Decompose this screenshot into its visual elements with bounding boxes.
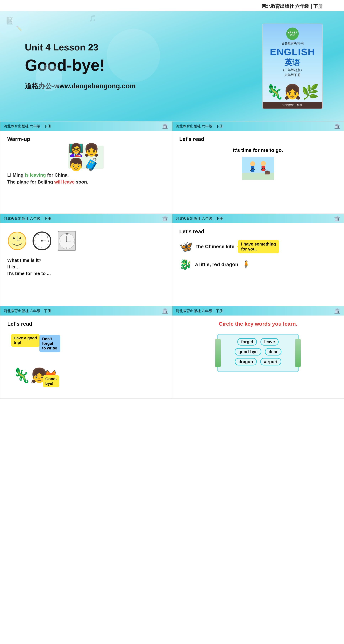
slide-content-circle: Circle the key words you learn. forget l…: [172, 316, 344, 381]
main-title-label: Good-bye!: [25, 56, 262, 74]
word-goodbye: good-bye: [235, 348, 261, 356]
word-airport: airport: [260, 358, 281, 366]
slide-header-icon-warmup: 🏛️: [162, 122, 168, 130]
book-publisher-footer: 河北教育出版社: [263, 102, 322, 108]
slide-header-lr1-text: 河北教育出版社 六年级｜下册: [176, 124, 223, 128]
slide-circle-words: 河北教育出版社 六年级｜下册 🏛️ Circle the key words y…: [172, 306, 344, 398]
slide-content-kite: Let's read 🦋 the Chinese kite I have som…: [172, 223, 344, 281]
clock-yellow: [7, 231, 27, 252]
title-slide: 📓 ✏️ 🎵 Unit 4 Lesson 23 Good-bye! 道格办公-w…: [0, 11, 344, 121]
slide-header-icon-circle: 🏛️: [334, 307, 340, 314]
svg-text:12: 12: [66, 233, 68, 235]
clock-q3: It's time for me to ...: [7, 271, 165, 276]
svg-point-13: [13, 237, 15, 239]
kite-item-butterfly: 🦋 the Chinese kite I have somethingfor y…: [179, 240, 337, 253]
svg-text:4: 4: [48, 243, 48, 245]
slide-header-circle-text: 河北教育出版社 六年级｜下册: [176, 308, 223, 314]
clock-dark: 12 3 6 9 1 2 4 5 7 8 10 11: [32, 231, 52, 252]
scroll-right: [295, 339, 301, 367]
goodbye-scene-svg: [242, 157, 274, 180]
goodbye-photo: [242, 157, 274, 180]
scroll-body: forget leave good-bye dear dragon airpor…: [217, 334, 299, 372]
svg-text:5: 5: [45, 246, 46, 248]
slide-content-clocks: 12 3 6 9 1 2 4 5 7 8 10 11: [0, 223, 172, 283]
publisher-label: 河北教育出版社 六年级｜下册: [261, 4, 323, 9]
kite-label-text: the Chinese kite: [196, 244, 234, 250]
svg-text:3: 3: [73, 240, 74, 242]
svg-text:2: 2: [47, 236, 48, 238]
dragon-label-text: a little, red dragon: [195, 262, 238, 267]
slide-header-trip-text: 河北教育出版社 六年级｜下册: [4, 308, 51, 314]
warmup-illustration: 👩‍🏫👧👦🧳: [68, 146, 104, 169]
svg-rect-10: [265, 171, 270, 174]
highlight-will-leave: will leave: [54, 179, 75, 184]
clock-q1: What time is it?: [7, 258, 165, 263]
slide-lets-read-1: 河北教育出版社 六年级｜下册 🏛️ Let's read It's time f…: [172, 121, 344, 214]
watermark-label: 道格办公-www.daogebangong.com: [25, 82, 262, 90]
svg-rect-0: [242, 157, 274, 173]
book-subtitle: 义务教育教科书: [281, 42, 304, 46]
book-volume-label: 六年级下册: [284, 73, 300, 77]
word-dragon: dragon: [235, 358, 257, 366]
bubble-good-trip: Have a goodtrip!: [11, 334, 40, 347]
slide-header-clocks-text: 河北教育出版社 六年级｜下册: [4, 216, 51, 221]
slide-header-icon-kite: 🏛️: [334, 215, 340, 222]
warmup-section-title: Warm-up: [7, 136, 165, 142]
word-dear: dear: [265, 348, 281, 356]
svg-text:8: 8: [35, 243, 36, 245]
svg-point-36: [41, 240, 43, 242]
slide-clocks: 河北教育出版社 六年级｜下册 🏛️: [0, 214, 172, 306]
clock-text-lines: What time is it? It is… It's time for me…: [7, 258, 165, 276]
word-row-1: forget leave: [225, 338, 291, 346]
slide-content-lr1: Let's read It's time for me to go.: [172, 131, 344, 185]
slide-header-circle: 河北教育出版社 六年级｜下册 🏛️: [172, 306, 344, 316]
trip-section-title: Let's read: [7, 321, 165, 327]
kite-section-title: Let's read: [179, 228, 337, 234]
book-badge: 教育部审定 2013: [286, 28, 299, 40]
slide-header-icon-trip: 🏛️: [162, 307, 168, 314]
bubble-goodbye: Good-bye!: [43, 375, 59, 387]
svg-text:12: 12: [41, 233, 43, 235]
lr1-bold-sentence: It's time for me to go.: [179, 148, 337, 153]
highlight-leaving: is leaving: [25, 172, 46, 178]
slide-header-kite: 河北教育出版社 六年级｜下册 🏛️: [172, 214, 344, 223]
kite-item-dragon: 🐉 a little, red dragon 🧍: [179, 259, 337, 270]
svg-text:9: 9: [35, 240, 36, 242]
scroll-container: forget leave good-bye dear dragon airpor…: [217, 330, 299, 376]
slide-good-trip: 河北教育出版社 六年级｜下册 🏛️ Let's read Have a good…: [0, 306, 172, 398]
slide-warmup: 河北教育出版社 六年级｜下册 🏛️ Warm-up 👩‍🏫👧👦🧳 Li Ming…: [0, 121, 172, 214]
warmup-line1: Li Ming is leaving for China.: [7, 172, 165, 178]
svg-point-14: [19, 237, 21, 239]
svg-text:9: 9: [60, 240, 61, 242]
svg-point-6: [261, 161, 266, 166]
slide-header-icon-lr1: 🏛️: [334, 122, 340, 130]
slide-header-lr1: 河北教育出版社 六年级｜下册 🏛️: [172, 122, 344, 131]
slide-header-clocks: 河北教育出版社 六年级｜下册 🏛️: [0, 214, 172, 223]
page-header: 河北教育出版社 六年级｜下册: [0, 0, 344, 11]
word-forget: forget: [237, 338, 257, 346]
speech-bubble-kite: I have somethingfor you.: [238, 240, 279, 253]
clock-q2: It is…: [7, 264, 165, 270]
slide-header-kite-text: 河北教育出版社 六年级｜下册: [176, 216, 223, 221]
svg-text:6: 6: [66, 247, 67, 249]
clocks-row: 12 3 6 9 1 2 4 5 7 8 10 11: [7, 228, 165, 252]
warmup-line2: The plane for Beijing will leave soon.: [7, 179, 165, 185]
butterfly-icon: 🦋: [179, 240, 193, 253]
dragon-icon: 🐉: [179, 259, 192, 270]
book-characters-area: 🦎👧🌿: [266, 77, 319, 102]
word-row-3: dragon airport: [225, 358, 291, 366]
svg-point-2: [250, 161, 255, 166]
person-icon-kite: 🧍: [242, 260, 251, 268]
book-cover: 教育部审定 2013 义务教育教科书 ENGLISH 英语 （三年级起点） 六年…: [262, 24, 323, 109]
slide-content-trip: Let's read Have a goodtrip! Don'tforgett…: [0, 316, 172, 394]
svg-text:3: 3: [48, 240, 49, 242]
trip-scene: Have a goodtrip! Don'tforgetto write! 🦎👧…: [7, 332, 165, 389]
title-slide-text: Unit 4 Lesson 23 Good-bye! 道格办公-www.daog…: [11, 42, 262, 90]
svg-text:7: 7: [38, 246, 39, 248]
word-leave: leave: [260, 338, 279, 346]
book-title-english: ENGLISH: [270, 46, 315, 58]
scroll-left: [215, 339, 221, 367]
circle-title-text: Circle the key words you learn.: [179, 321, 337, 327]
slides-grid: 河北教育出版社 六年级｜下册 🏛️ Warm-up 👩‍🏫👧👦🧳 Li Ming…: [0, 121, 344, 398]
book-title-chinese: 英语: [285, 58, 300, 68]
